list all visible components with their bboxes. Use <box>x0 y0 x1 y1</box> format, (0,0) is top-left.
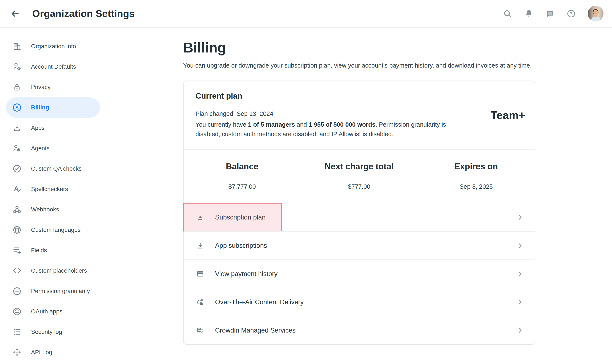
expires-on-value: Sep 8, 2025 <box>417 183 535 190</box>
sidebar-item-custom-languages[interactable]: Custom languages <box>6 220 100 240</box>
plan-usage-text: You currently have 1 of 5 managers and 1… <box>195 120 472 139</box>
sidebar-item-label: API Log <box>31 349 52 356</box>
sidebar-item-custom-placeholders[interactable]: Custom placeholders <box>6 260 100 281</box>
chevron-right-icon <box>516 327 524 334</box>
settings-sidebar: Organization info Account Defaults Priva… <box>0 28 109 363</box>
lock-icon <box>12 82 22 92</box>
current-plan-section: Current plan Plan changed: Sep 13, 2024 … <box>183 81 535 149</box>
sidebar-item-webhooks[interactable]: Webhooks <box>6 199 100 220</box>
credit-card-icon <box>196 270 204 278</box>
svg-text:?: ? <box>570 11 573 16</box>
messages-icon[interactable] <box>545 9 555 18</box>
managers-usage: 1 of 5 managers <box>248 121 295 128</box>
sidebar-item-account-defaults[interactable]: Account Defaults <box>6 56 100 77</box>
next-charge-value: $777.00 <box>301 183 418 190</box>
building-icon <box>12 42 22 51</box>
header-actions: ? <box>503 6 603 21</box>
row-label: View payment history <box>215 270 277 278</box>
webhook-icon <box>12 205 22 214</box>
main-content: Billing You can upgrade or downgrade you… <box>109 28 612 345</box>
row-app-subscriptions[interactable]: App subscriptions <box>183 231 535 260</box>
sidebar-item-label: Spellcheckers <box>31 186 68 193</box>
billing-summary: Balance $7,777.00 Next charge total $777… <box>183 149 535 203</box>
spellcheck-icon <box>12 184 22 194</box>
page-description: You can upgrade or downgrade your subscr… <box>183 62 535 69</box>
cloud-circle-icon <box>12 307 22 316</box>
sidebar-item-label: Organization info <box>31 43 76 50</box>
help-icon[interactable]: ? <box>567 9 576 18</box>
sidebar-item-label: Custom QA checks <box>31 165 82 172</box>
dollar-circle-icon: $ <box>12 103 22 112</box>
notifications-bell-icon[interactable] <box>524 9 533 18</box>
globe-icon <box>12 225 22 234</box>
sidebar-item-spellcheckers[interactable]: Spellcheckers <box>6 179 100 199</box>
balance-label: Balance <box>183 162 301 171</box>
page-header-title: Organization Settings <box>32 8 135 19</box>
user-cube-icon <box>12 144 22 153</box>
next-charge-column: Next charge total $777.00 <box>301 150 418 203</box>
sidebar-item-label: Security log <box>31 328 62 335</box>
plus-circle-icon <box>12 286 22 296</box>
back-button[interactable] <box>9 8 20 19</box>
search-icon[interactable] <box>503 9 512 18</box>
download-tray-icon <box>12 123 22 133</box>
words-usage: 1 955 of 500 000 words <box>309 121 376 128</box>
svg-text:$: $ <box>15 105 18 110</box>
check-circle-icon <box>12 164 22 173</box>
row-label: Subscription plan <box>215 214 266 221</box>
row-ota-content-delivery[interactable]: Over-The-Air Content Delivery <box>183 288 535 316</box>
avatar[interactable] <box>588 6 603 21</box>
sidebar-item-custom-qa-checks[interactable]: Custom QA checks <box>6 158 100 179</box>
sidebar-item-organization-info[interactable]: Organization info <box>6 36 100 56</box>
sidebar-item-label: Fields <box>31 247 47 254</box>
row-label: Crowdin Managed Services <box>215 327 296 334</box>
plan-name-panel: Team+ <box>481 91 535 140</box>
code-brackets-icon <box>12 266 22 275</box>
sidebar-item-label: Custom languages <box>31 226 80 233</box>
plan-changed-text: Plan changed: Sep 13, 2024 <box>195 110 472 117</box>
sidebar-item-label: Webhooks <box>31 206 59 213</box>
sidebar-item-label: Permission granularity <box>31 288 90 295</box>
sidebar-item-privacy[interactable]: Privacy <box>6 77 100 97</box>
sidebar-item-agents[interactable]: Agents <box>6 138 100 158</box>
next-charge-label: Next charge total <box>301 162 418 171</box>
balance-value: $7,777.00 <box>183 183 301 190</box>
sidebar-item-fields[interactable]: Fields <box>6 240 100 260</box>
plan-name: Team+ <box>491 109 525 122</box>
row-view-payment-history[interactable]: View payment history <box>183 260 535 288</box>
expires-on-label: Expires on <box>417 162 535 171</box>
diamonds-icon <box>12 348 22 357</box>
sidebar-item-label: OAuth apps <box>31 308 63 315</box>
chevron-right-icon <box>516 214 524 221</box>
page-title: Billing <box>183 39 535 56</box>
eject-icon <box>196 213 204 222</box>
sidebar-item-label: Apps <box>31 125 45 131</box>
list-icon <box>12 327 22 337</box>
chevron-right-icon <box>516 270 524 277</box>
chevron-right-icon <box>516 299 524 306</box>
sidebar-item-api-log[interactable]: API Log <box>6 342 100 363</box>
back-arrow-icon <box>10 9 20 18</box>
expires-on-column: Expires on Sep 8, 2025 <box>417 150 535 203</box>
sidebar-item-label: Custom placeholders <box>31 267 87 274</box>
sidebar-item-label: Privacy <box>31 84 51 91</box>
sidebar-item-permission-granularity[interactable]: Permission granularity <box>6 281 100 301</box>
sidebar-item-label: Billing <box>31 104 49 111</box>
billing-card: Current plan Plan changed: Sep 13, 2024 … <box>183 80 535 345</box>
playlist-add-icon <box>12 246 22 255</box>
sidebar-item-billing[interactable]: $ Billing <box>6 97 100 118</box>
download-icon <box>196 241 204 250</box>
chevron-right-icon <box>516 242 524 249</box>
translate-icon: G <box>196 326 204 335</box>
sidebar-item-label: Agents <box>31 145 50 152</box>
user-gear-icon <box>12 62 22 71</box>
app-header: Organization Settings ? <box>0 0 612 28</box>
row-subscription-plan[interactable]: Subscription plan <box>183 203 535 231</box>
sidebar-item-apps[interactable]: Apps <box>6 118 100 138</box>
current-plan-heading: Current plan <box>195 91 472 101</box>
sidebar-item-security-log[interactable]: Security log <box>6 322 100 342</box>
ota-sync-cloud-icon <box>196 298 204 306</box>
sidebar-item-oauth-apps[interactable]: OAuth apps <box>6 301 100 322</box>
row-crowdin-managed-services[interactable]: G Crowdin Managed Services <box>183 316 535 344</box>
row-label: App subscriptions <box>215 242 267 249</box>
